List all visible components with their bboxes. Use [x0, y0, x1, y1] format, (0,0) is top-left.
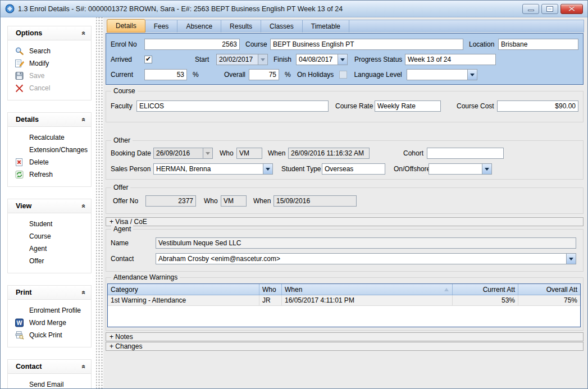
onoffshore-label: On/Offshore — [394, 165, 429, 173]
tab-absence[interactable]: Absence — [177, 20, 221, 33]
current-field[interactable]: 53 — [144, 69, 187, 80]
dropdown-arrow-icon[interactable] — [338, 54, 347, 65]
minimize-button[interactable] — [522, 4, 539, 14]
enrol-details-window: 1.3 Enrol Details - S#: 0000001372 BROWN… — [0, 0, 588, 389]
dropdown-arrow-icon — [258, 54, 267, 65]
student-type-field[interactable]: Overseas — [322, 163, 385, 175]
column-header-overall-att[interactable]: Overall Att — [518, 284, 580, 295]
column-header-when[interactable]: When — [282, 284, 453, 295]
close-button[interactable] — [560, 4, 583, 14]
sidebar-splitter[interactable] — [96, 17, 103, 388]
location-field[interactable]: Brisbane — [498, 39, 578, 50]
finish-date-combo[interactable]: 04/08/2017 — [296, 54, 348, 65]
dropdown-arrow-icon[interactable] — [566, 254, 576, 264]
table-row[interactable]: 1st Warning - Attendance JR 16/05/2017 4… — [108, 295, 580, 306]
sidebar-item-word-merge[interactable]: W Word Merge — [8, 317, 91, 329]
agent-contact-combo[interactable]: Abraham Crosby <enim@nascetur.com> — [156, 253, 576, 264]
offer-groupbox-legend: Offer — [111, 184, 130, 191]
sidebar-item-course[interactable]: Course — [8, 230, 91, 242]
column-header-category[interactable]: Category — [108, 284, 259, 295]
sidebar-item-quick-print[interactable]: Quick Print — [8, 329, 91, 341]
course-groupbox-legend: Course — [111, 87, 138, 95]
maximize-button[interactable] — [541, 4, 558, 14]
dropdown-arrow-icon[interactable] — [467, 70, 477, 80]
sidebar-item-modify[interactable]: Modify — [8, 57, 91, 70]
course-cost-field[interactable]: $90.00 — [497, 100, 578, 112]
finish-date-value: 04/08/2017 — [297, 54, 338, 65]
sidebar-item-enrolment-profile[interactable]: Enrolment Profile — [8, 304, 91, 317]
sidebar-item-delete[interactable]: Delete — [8, 156, 91, 168]
collapse-chevron-icon[interactable]: « — [80, 291, 88, 295]
course-field[interactable]: BEPT Business English PT — [270, 39, 463, 50]
percent-sign: % — [193, 71, 200, 79]
tab-classes[interactable]: Classes — [261, 20, 303, 33]
sidebar-group-options-header[interactable]: Options « — [8, 26, 91, 40]
cohort-field[interactable] — [427, 148, 504, 159]
agent-name-label: Name — [111, 239, 156, 247]
on-holidays-checkbox — [339, 71, 347, 79]
modify-icon — [15, 59, 24, 68]
sidebar-item-recalculate[interactable]: Recalculate — [8, 131, 91, 144]
column-header-who[interactable]: Who — [259, 284, 282, 295]
sidebar-item-student[interactable]: Student — [8, 218, 91, 230]
sidebar-item-offer[interactable]: Offer — [8, 255, 91, 267]
column-header-current-att[interactable]: Current Att — [453, 284, 518, 295]
tab-label: Classes — [270, 22, 294, 30]
sidebar-item-label: Offer — [29, 257, 44, 265]
sidebar-group-details-header[interactable]: Details « — [8, 113, 91, 127]
sidebar-group-title: Details — [16, 116, 39, 123]
cell-overall-att: 75% — [518, 295, 580, 305]
who-label: Who — [204, 197, 221, 205]
sidebar-item-label: Quick Print — [29, 331, 62, 339]
current-label: Current — [111, 71, 144, 79]
tab-timetable[interactable]: Timetable — [303, 20, 349, 33]
sidebar-group-title: View — [16, 202, 31, 210]
sidebar-group-view-header[interactable]: View « — [8, 199, 91, 213]
collapse-chevron-icon[interactable]: « — [80, 204, 88, 208]
tab-details[interactable]: Details — [107, 19, 145, 33]
sidebar-item-agent[interactable]: Agent — [8, 242, 91, 255]
course-groupbox: Course Faculty ELICOS Course Rate Weekly… — [106, 91, 584, 122]
collapse-chevron-icon[interactable]: « — [80, 31, 88, 35]
start-date-value: 20/02/2017 — [217, 54, 258, 65]
sales-person-value: HERMAN, Brenna — [154, 164, 263, 174]
sidebar-item-extension-changes[interactable]: Extension/Changes — [8, 144, 91, 156]
enrol-no-field[interactable]: 2563 — [144, 39, 240, 50]
sidebar-group-contact-header[interactable]: Contact « — [8, 360, 91, 374]
overall-field[interactable]: 75 — [249, 69, 279, 80]
tab-results[interactable]: Results — [221, 20, 261, 33]
maximize-icon — [547, 7, 553, 11]
dropdown-arrow-icon[interactable] — [482, 164, 491, 174]
student-type-label: Student Type — [281, 165, 322, 173]
titlebar[interactable]: 1.3 Enrol Details - S#: 0000001372 BROWN… — [1, 1, 587, 17]
sidebar-item-refresh[interactable]: Refresh — [8, 168, 91, 181]
language-level-combo[interactable] — [407, 69, 477, 80]
course-rate-field[interactable]: Weekly Rate — [375, 100, 441, 112]
booking-date-label: Booking Date — [111, 149, 153, 157]
notes-expander[interactable]: + Notes — [106, 332, 584, 341]
sidebar-group-print-header[interactable]: Print « — [8, 286, 91, 300]
arrived-checkbox[interactable] — [144, 56, 152, 63]
close-icon — [568, 6, 575, 12]
progress-status-field[interactable]: Week 13 of 24 — [405, 54, 496, 65]
changes-expander[interactable]: + Changes — [106, 342, 584, 351]
start-date-combo: 20/02/2017 — [216, 54, 268, 65]
enrol-no-label: Enrol No — [111, 40, 144, 48]
collapse-chevron-icon[interactable]: « — [80, 365, 88, 369]
language-level-value — [407, 70, 467, 80]
dropdown-arrow-icon[interactable] — [263, 164, 272, 174]
tab-fees[interactable]: Fees — [145, 20, 178, 33]
sidebar-item-label: Cancel — [29, 84, 50, 92]
visa-coe-expander[interactable]: + Visa / CoE — [106, 217, 584, 226]
sidebar-item-label: Refresh — [29, 171, 53, 179]
sidebar-item-send-email[interactable]: Send Email — [8, 378, 91, 388]
sales-person-combo[interactable]: HERMAN, Brenna — [153, 163, 273, 175]
onoffshore-combo[interactable] — [429, 163, 492, 175]
collapse-chevron-icon[interactable]: « — [80, 118, 88, 122]
column-header-when-label: When — [285, 286, 302, 294]
search-icon — [15, 47, 24, 56]
faculty-field[interactable]: ELICOS — [136, 100, 329, 112]
when-label: When — [268, 149, 288, 157]
sidebar-item-search[interactable]: Search — [8, 45, 91, 57]
arrived-label: Arrived — [111, 56, 144, 63]
